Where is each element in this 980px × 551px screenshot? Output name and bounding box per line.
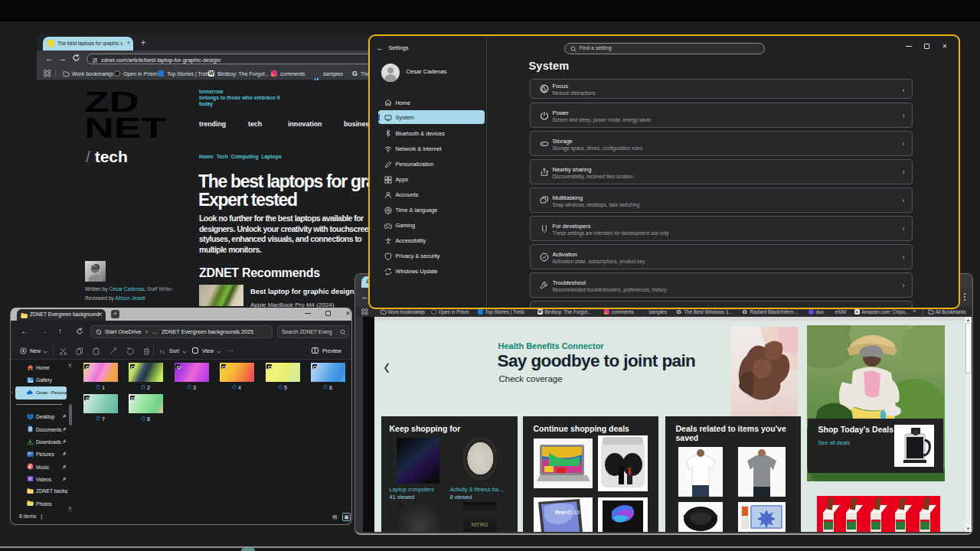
svg-text:HD 10: HD 10 <box>564 510 580 515</box>
